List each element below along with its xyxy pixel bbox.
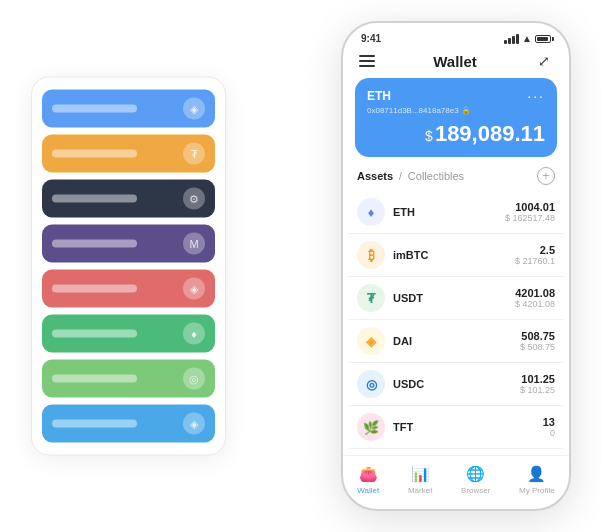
asset-logo: 🌿 xyxy=(357,413,385,441)
card-icon: ♦ xyxy=(183,323,205,345)
card-icon: ◈ xyxy=(183,278,205,300)
stack-card[interactable]: ₮ xyxy=(42,135,215,173)
nav-label: Wallet xyxy=(357,486,379,495)
asset-symbol: imBTC xyxy=(393,249,515,261)
card-line xyxy=(52,375,137,383)
nav-icon: 👤 xyxy=(527,464,547,484)
stack-card[interactable]: ♦ xyxy=(42,315,215,353)
asset-usd: $ 162517.48 xyxy=(505,213,555,223)
asset-usd: $ 21760.1 xyxy=(515,256,555,266)
stack-card[interactable]: ⚙ xyxy=(42,180,215,218)
tab-collectibles[interactable]: Collectibles xyxy=(408,170,464,182)
page-title: Wallet xyxy=(433,53,477,70)
card-line xyxy=(52,240,137,248)
nav-item-my-profile[interactable]: 👤 My Profile xyxy=(519,464,555,495)
nav-item-market[interactable]: 📊 Market xyxy=(408,464,432,495)
asset-symbol: USDC xyxy=(393,378,520,390)
asset-item[interactable]: ₿ imBTC 2.5 $ 21760.1 xyxy=(349,234,563,277)
asset-amount: 13 xyxy=(543,416,555,428)
status-bar: 9:41 ▲ xyxy=(343,23,569,48)
card-line xyxy=(52,285,137,293)
eth-card-symbol: ETH xyxy=(367,89,391,103)
nav-label: My Profile xyxy=(519,486,555,495)
card-icon: ◎ xyxy=(183,368,205,390)
card-icon: ◈ xyxy=(183,98,205,120)
asset-item[interactable]: ♦ ETH 1004.01 $ 162517.48 xyxy=(349,191,563,234)
asset-amounts: 4201.08 $ 4201.08 xyxy=(515,287,555,309)
status-right: ▲ xyxy=(504,33,551,44)
eth-card-header: ETH ··· xyxy=(367,88,545,104)
card-icon: ₮ xyxy=(183,143,205,165)
battery-icon xyxy=(535,35,551,43)
card-line xyxy=(52,105,137,113)
stack-card[interactable]: ◈ xyxy=(42,90,215,128)
assets-tabs: Assets / Collectibles xyxy=(357,170,464,182)
card-icon: ◈ xyxy=(183,413,205,435)
phone-header: Wallet ⤢ xyxy=(343,48,569,78)
assets-header: Assets / Collectibles + xyxy=(343,157,569,191)
phone: 9:41 ▲ Wallet ⤢ xyxy=(341,21,571,511)
asset-amount: 101.25 xyxy=(520,373,555,385)
asset-item[interactable]: 🌿 TFT 13 0 xyxy=(349,406,563,449)
wifi-icon: ▲ xyxy=(522,33,532,44)
asset-amount: 1004.01 xyxy=(505,201,555,213)
signal-icon xyxy=(504,34,519,44)
asset-item[interactable]: ◈ DAI 508.75 $ 508.75 xyxy=(349,320,563,363)
asset-amount: 4201.08 xyxy=(515,287,555,299)
eth-card-more[interactable]: ··· xyxy=(527,88,545,104)
add-asset-button[interactable]: + xyxy=(537,167,555,185)
asset-symbol: DAI xyxy=(393,335,520,347)
tab-divider: / xyxy=(399,171,402,182)
eth-card: ETH ··· 0x08711d3B...8418a78e3 🔒 $189,08… xyxy=(355,78,557,157)
stack-card[interactable]: ◈ xyxy=(42,405,215,443)
nav-icon: 🌐 xyxy=(466,464,486,484)
eth-card-balance: $189,089.11 xyxy=(367,121,545,147)
asset-amounts: 508.75 $ 508.75 xyxy=(520,330,555,352)
tab-assets[interactable]: Assets xyxy=(357,170,393,182)
menu-button[interactable] xyxy=(359,55,375,67)
stack-card[interactable]: M xyxy=(42,225,215,263)
asset-symbol: USDT xyxy=(393,292,515,304)
asset-symbol: TFT xyxy=(393,421,543,433)
nav-item-wallet[interactable]: 👛 Wallet xyxy=(357,464,379,495)
asset-amounts: 13 0 xyxy=(543,416,555,438)
card-stack: ◈ ₮ ⚙ M ◈ ♦ ◎ ◈ xyxy=(31,77,226,456)
card-icon: ⚙ xyxy=(183,188,205,210)
asset-symbol: ETH xyxy=(393,206,505,218)
asset-logo: ◈ xyxy=(357,327,385,355)
card-icon: M xyxy=(183,233,205,255)
nav-label: Browser xyxy=(461,486,490,495)
asset-amounts: 1004.01 $ 162517.48 xyxy=(505,201,555,223)
status-time: 9:41 xyxy=(361,33,381,44)
asset-logo: ₿ xyxy=(357,241,385,269)
bottom-nav: 👛 Wallet 📊 Market 🌐 Browser 👤 My Profile xyxy=(343,455,569,509)
card-line xyxy=(52,420,137,428)
asset-usd: $ 4201.08 xyxy=(515,299,555,309)
card-line xyxy=(52,330,137,338)
asset-logo: ♦ xyxy=(357,198,385,226)
asset-amounts: 2.5 $ 21760.1 xyxy=(515,244,555,266)
stack-card[interactable]: ◈ xyxy=(42,270,215,308)
card-line xyxy=(52,150,137,158)
card-line xyxy=(52,195,137,203)
expand-icon[interactable]: ⤢ xyxy=(535,52,553,70)
asset-list: ♦ ETH 1004.01 $ 162517.48 ₿ imBTC 2.5 $ … xyxy=(343,191,569,455)
eth-card-address: 0x08711d3B...8418a78e3 🔒 xyxy=(367,106,545,115)
nav-icon: 👛 xyxy=(358,464,378,484)
asset-usd: $ 101.25 xyxy=(520,385,555,395)
asset-usd: 0 xyxy=(543,428,555,438)
asset-amount: 2.5 xyxy=(515,244,555,256)
nav-label: Market xyxy=(408,486,432,495)
asset-item[interactable]: ₮ USDT 4201.08 $ 4201.08 xyxy=(349,277,563,320)
scene: ◈ ₮ ⚙ M ◈ ♦ ◎ ◈ 9:41 xyxy=(11,11,591,521)
asset-amounts: 101.25 $ 101.25 xyxy=(520,373,555,395)
asset-item[interactable]: ◎ USDC 101.25 $ 101.25 xyxy=(349,363,563,406)
asset-logo: ◎ xyxy=(357,370,385,398)
asset-amount: 508.75 xyxy=(520,330,555,342)
stack-card[interactable]: ◎ xyxy=(42,360,215,398)
nav-icon: 📊 xyxy=(410,464,430,484)
asset-usd: $ 508.75 xyxy=(520,342,555,352)
asset-logo: ₮ xyxy=(357,284,385,312)
nav-item-browser[interactable]: 🌐 Browser xyxy=(461,464,490,495)
